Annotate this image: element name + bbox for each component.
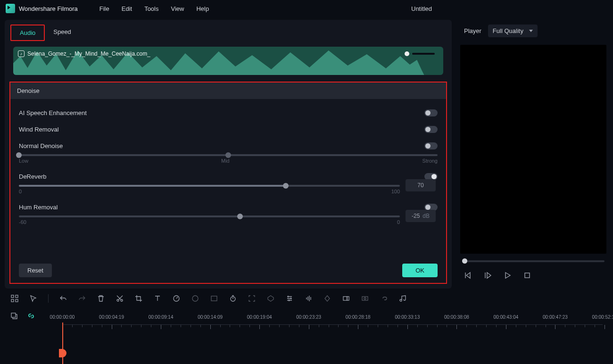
normal-denoise-toggle[interactable] xyxy=(424,142,438,149)
music-track-icon[interactable] xyxy=(398,294,407,303)
mask-icon[interactable] xyxy=(266,294,275,303)
record-icon[interactable] xyxy=(361,294,369,303)
timer-icon[interactable] xyxy=(229,294,237,303)
ai-speech-toggle[interactable] xyxy=(424,109,438,116)
crop-icon[interactable] xyxy=(134,294,143,303)
ruler-tick: 00:00:14:09 xyxy=(198,314,223,320)
cursor-icon[interactable] xyxy=(29,294,38,303)
menu-file[interactable]: File xyxy=(99,5,109,12)
ruler-tick: 00:00:23:23 xyxy=(296,314,321,320)
tab-audio[interactable]: Audio xyxy=(10,25,45,41)
add-track-icon[interactable] xyxy=(10,312,19,321)
dereverb-value[interactable]: 70 xyxy=(406,179,436,191)
adjust-icon[interactable] xyxy=(285,294,294,303)
svg-point-8 xyxy=(192,296,198,301)
timeline-track[interactable] xyxy=(62,337,603,364)
ruler-tick: 00:00:28:18 xyxy=(346,314,371,320)
hum-removal-label: Hum Removal xyxy=(19,204,58,211)
svg-rect-9 xyxy=(211,296,217,301)
player-label: Player xyxy=(464,27,481,34)
waveform-end-marker[interactable] xyxy=(405,51,435,56)
marker-icon[interactable] xyxy=(342,294,350,303)
undo-icon[interactable] xyxy=(59,294,67,303)
hum-max: 0 xyxy=(397,219,400,225)
color-icon[interactable] xyxy=(191,294,199,303)
svg-rect-12 xyxy=(347,297,349,300)
svg-rect-1 xyxy=(11,295,14,298)
menu-tools[interactable]: Tools xyxy=(144,5,158,12)
menu-help[interactable]: Help xyxy=(196,5,209,12)
ok-button[interactable]: OK xyxy=(402,264,438,277)
hum-min: -60 xyxy=(19,219,26,225)
layout-icon[interactable] xyxy=(10,294,19,303)
link-icon[interactable] xyxy=(380,294,388,303)
audio-panel: Audio Speed ♪ Selena_Gomez_-_My_Mind_Me_… xyxy=(5,20,452,289)
dereverb-max: 100 xyxy=(391,189,400,194)
player-scrubber[interactable] xyxy=(462,260,605,262)
audio-waveform[interactable]: ♪ Selena_Gomez_-_My_Mind_Me_CeeNaija.com… xyxy=(13,47,443,75)
play-button[interactable] xyxy=(503,271,512,280)
wind-removal-toggle[interactable] xyxy=(424,126,438,133)
normal-min-label: Low xyxy=(19,158,28,164)
keyframe-icon[interactable] xyxy=(323,294,331,303)
ai-speech-label: AI Speech Enhancement xyxy=(19,109,87,116)
normal-denoise-slider[interactable] xyxy=(19,154,438,156)
menu-view[interactable]: View xyxy=(171,5,184,12)
panel-tabs: Audio Speed xyxy=(5,20,452,41)
svg-rect-13 xyxy=(362,297,368,300)
svg-point-6 xyxy=(121,299,123,301)
denoise-section: Denoise AI Speech Enhancement Wind Remov… xyxy=(9,82,447,284)
audio-adjust-icon[interactable] xyxy=(304,294,313,303)
stop-button[interactable] xyxy=(522,271,532,280)
normal-mid-label: Mid xyxy=(221,158,230,164)
app-logo: Wondershare Filmora xyxy=(6,4,78,13)
logo-icon xyxy=(6,4,15,13)
dereverb-thumb[interactable] xyxy=(283,183,289,189)
preview-viewport[interactable] xyxy=(460,45,606,254)
hum-value[interactable]: -25dB xyxy=(406,210,436,222)
svg-point-14 xyxy=(364,298,366,299)
link-track-icon[interactable] xyxy=(27,312,36,321)
menu-edit[interactable]: Edit xyxy=(122,5,132,12)
svg-rect-15 xyxy=(11,313,16,317)
speed-icon[interactable] xyxy=(172,294,181,303)
tab-speed[interactable]: Speed xyxy=(45,25,80,41)
wind-removal-label: Wind Removal xyxy=(19,126,59,133)
denoise-header[interactable]: Denoise xyxy=(10,83,446,99)
ruler-tick: 00:00:04:19 xyxy=(99,314,124,320)
ruler-tick: 00:00:00:00 xyxy=(50,314,75,320)
ruler-tick: 00:00:47:23 xyxy=(543,314,568,320)
timeline-toolbar xyxy=(0,289,613,308)
app-name: Wondershare Filmora xyxy=(19,5,78,12)
delete-icon[interactable] xyxy=(97,294,105,303)
timeline-ruler[interactable]: 00:00:00:0000:00:04:1900:00:09:1400:00:1… xyxy=(62,324,603,337)
green-screen-icon[interactable] xyxy=(210,294,218,303)
text-icon[interactable] xyxy=(153,294,162,303)
redo-icon[interactable] xyxy=(78,294,86,303)
prev-frame-button[interactable] xyxy=(463,271,472,280)
svg-rect-3 xyxy=(11,299,14,302)
ruler-tick: 00:00:19:04 xyxy=(247,314,272,320)
hum-thumb[interactable] xyxy=(237,214,243,219)
play-pause-button[interactable] xyxy=(483,271,492,280)
focus-icon[interactable] xyxy=(248,294,256,303)
player-panel: Player Full Quality xyxy=(458,20,608,289)
svg-point-5 xyxy=(117,299,119,301)
dereverb-label: DeReverb xyxy=(19,173,47,180)
svg-rect-11 xyxy=(343,297,347,300)
dereverb-min: 0 xyxy=(19,189,22,194)
ruler-tick: 00:00:52:18 xyxy=(592,314,613,320)
svg-rect-4 xyxy=(16,299,18,302)
dereverb-slider[interactable]: 70 xyxy=(19,185,400,187)
normal-denoise-label: Normal Denoise xyxy=(19,142,63,149)
quality-select[interactable]: Full Quality xyxy=(488,25,538,37)
reset-button[interactable]: Reset xyxy=(19,264,52,277)
cut-icon[interactable] xyxy=(116,294,124,303)
player-scrub-thumb[interactable] xyxy=(462,258,467,264)
normal-denoise-mid-marker xyxy=(225,152,231,158)
playhead[interactable] xyxy=(62,323,63,364)
normal-denoise-thumb[interactable] xyxy=(16,152,22,158)
hum-slider[interactable]: -25dB xyxy=(19,215,400,217)
menubar: Wondershare Filmora File Edit Tools View… xyxy=(0,0,613,17)
menu-list: File Edit Tools View Help xyxy=(99,5,209,12)
